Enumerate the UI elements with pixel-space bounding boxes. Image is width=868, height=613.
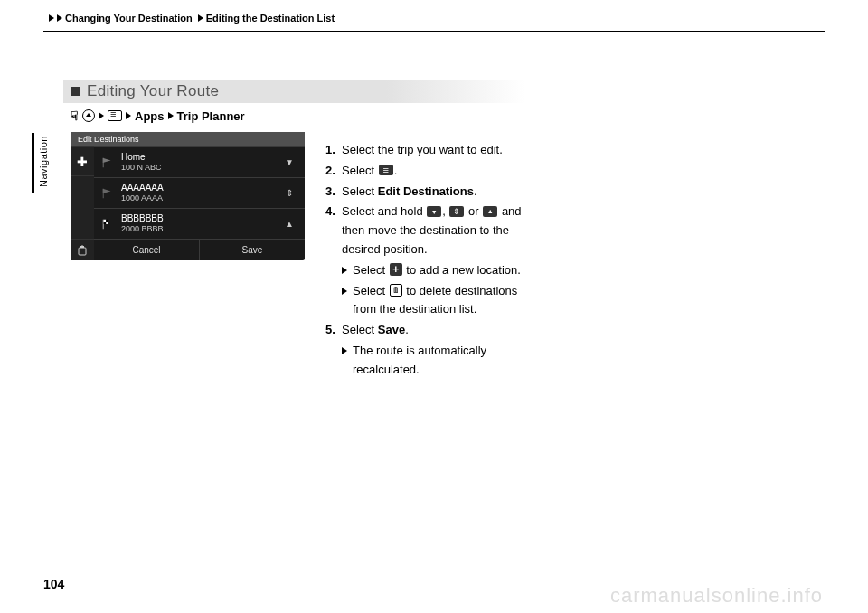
svg-marker-2 xyxy=(103,188,111,193)
substep-text: Select to delete destinations from the d… xyxy=(353,282,542,320)
text-fragment: Select xyxy=(342,323,378,336)
svg-rect-6 xyxy=(106,219,108,222)
step-text: Select the trip you want to edit. xyxy=(342,141,542,160)
step-number: 2. xyxy=(326,162,342,181)
checkered-flag-icon xyxy=(99,218,116,231)
move-both-icon xyxy=(449,206,464,217)
svg-rect-8 xyxy=(106,222,108,224)
instruction-list: 1. Select the trip you want to edit. 2. … xyxy=(326,141,542,382)
step-number: 3. xyxy=(326,183,342,202)
chevron-right-icon xyxy=(198,14,203,22)
svg-rect-4 xyxy=(103,219,104,229)
text-fragment: Select xyxy=(353,284,389,297)
text-fragment: . xyxy=(474,184,477,198)
home-icon xyxy=(82,109,95,122)
substep-text: Select to add a new location. xyxy=(353,261,521,280)
home-flag-icon xyxy=(99,156,116,169)
svg-marker-0 xyxy=(103,157,111,162)
step-text: Select Save. xyxy=(342,321,542,340)
edit-destinations-label: Edit Destinations xyxy=(378,184,474,198)
chevron-right-icon xyxy=(342,288,347,295)
route-icon xyxy=(108,110,122,121)
row-title: AAAAAAA xyxy=(121,183,279,194)
step-text: Select Edit Destinations. xyxy=(342,183,542,202)
add-destination-button[interactable]: ✚ xyxy=(71,146,94,175)
screen-title: Edit Destinations xyxy=(71,132,305,146)
list-item-text: Home 100 N ABC xyxy=(121,152,279,174)
screen-body: ✚ Home 100 N ABC ▼ AAAAAAA 10 xyxy=(71,146,305,239)
row-title: Home xyxy=(121,152,279,164)
tap-icon: ☟ xyxy=(71,108,79,123)
nav-apps: Apps xyxy=(135,109,165,123)
step-1: 1. Select the trip you want to edit. xyxy=(326,141,542,160)
text-fragment: Select xyxy=(353,263,389,277)
step-text: Select and hold , or and then move the d… xyxy=(342,203,542,259)
list-item-text: AAAAAAA 1000 AAAA xyxy=(121,183,279,204)
svg-rect-1 xyxy=(103,157,104,167)
move-both-handle[interactable]: ⇕ xyxy=(279,188,299,198)
text-fragment: to add a new location. xyxy=(403,263,521,277)
edit-destinations-screenshot: Edit Destinations ✚ Home 100 N ABC ▼ xyxy=(71,132,305,260)
step-4: 4. Select and hold , or and then move th… xyxy=(326,203,542,259)
waypoint-flag-icon xyxy=(99,187,116,200)
plus-icon xyxy=(390,263,402,276)
step-2: 2. Select . xyxy=(326,162,542,181)
section-heading: Editing Your Route xyxy=(63,80,524,103)
list-item[interactable]: AAAAAAA 1000 AAAA ⇕ xyxy=(94,177,305,208)
svg-rect-3 xyxy=(103,188,104,198)
row-subtitle: 2000 BBBB xyxy=(121,224,279,234)
side-tab-label: Navigation xyxy=(38,136,49,187)
breadcrumb-level2: Editing the Destination List xyxy=(206,13,335,24)
section-title-text: Editing Your Route xyxy=(87,82,219,100)
list-item[interactable]: BBBBBBB 2000 BBBB ▲ xyxy=(94,208,305,239)
step-number: 5. xyxy=(326,321,342,340)
destination-list: Home 100 N ABC ▼ AAAAAAA 1000 AAAA ⇕ xyxy=(94,146,305,239)
chevron-right-icon xyxy=(168,112,174,119)
move-up-handle[interactable]: ▲ xyxy=(279,219,299,229)
sidebar-spacer xyxy=(71,175,94,239)
trash-icon xyxy=(390,284,402,297)
text-fragment: , xyxy=(442,204,448,218)
step-3: 3. Select Edit Destinations. xyxy=(326,183,542,202)
page-number: 104 xyxy=(43,577,64,591)
step-4-sub2: Select to delete destinations from the d… xyxy=(326,282,542,320)
step-5: 5. Select Save. xyxy=(326,321,542,340)
save-button[interactable]: Save xyxy=(200,240,305,260)
text-fragment: . xyxy=(405,323,409,336)
chevron-right-icon xyxy=(57,14,62,22)
substep-text: The route is automatically recalculated. xyxy=(353,342,542,380)
screen-sidebar: ✚ xyxy=(71,146,94,239)
move-up-icon xyxy=(483,206,497,217)
header-divider xyxy=(43,31,825,32)
text-fragment: Select xyxy=(342,184,378,198)
text-fragment: or xyxy=(465,204,482,218)
row-subtitle: 1000 AAAA xyxy=(121,193,279,203)
side-tab-marker xyxy=(32,133,34,193)
chevron-right-icon xyxy=(49,14,54,22)
nav-trip-planner: Trip Planner xyxy=(177,109,245,123)
screen-footer-row: Cancel Save xyxy=(71,239,305,260)
row-title: BBBBBBB xyxy=(121,213,279,225)
delete-button[interactable] xyxy=(71,239,94,260)
list-item[interactable]: Home 100 N ABC ▼ xyxy=(94,146,305,177)
watermark: carmanualsonline.info xyxy=(610,584,823,608)
step-number: 4. xyxy=(326,203,342,259)
step-text: Select . xyxy=(342,162,542,181)
text-fragment: . xyxy=(394,164,398,177)
breadcrumb-level1: Changing Your Destination xyxy=(65,13,193,24)
menu-icon xyxy=(379,165,393,175)
chevron-right-icon xyxy=(126,112,131,119)
row-subtitle: 100 N ABC xyxy=(121,163,279,173)
chevron-right-icon xyxy=(342,267,347,274)
chevron-right-icon xyxy=(342,347,347,354)
svg-rect-10 xyxy=(80,246,84,248)
text-fragment: Select xyxy=(342,164,378,177)
move-down-icon xyxy=(427,206,441,217)
step-5-sub: The route is automatically recalculated. xyxy=(326,342,542,380)
move-down-handle[interactable]: ▼ xyxy=(279,157,299,167)
svg-rect-9 xyxy=(79,248,86,255)
chevron-right-icon xyxy=(99,112,104,119)
cancel-button[interactable]: Cancel xyxy=(94,240,200,260)
breadcrumb: Changing Your Destination Editing the De… xyxy=(49,13,335,24)
svg-rect-5 xyxy=(104,219,107,222)
